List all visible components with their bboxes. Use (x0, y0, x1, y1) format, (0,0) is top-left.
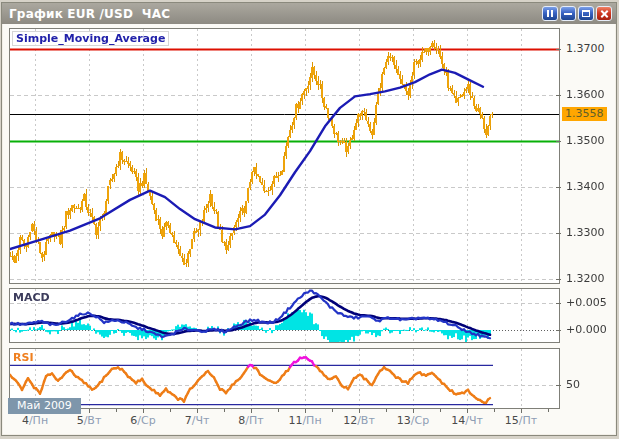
date-axis-label: 6/Ср (130, 414, 155, 427)
date-axis-minor-tick (440, 409, 441, 412)
date-axis-label: 8/Пт (238, 414, 263, 427)
rsi-label: RSI (13, 351, 34, 364)
date-axis-minor-tick (170, 409, 171, 412)
price-axis-label: 1.3700 (566, 43, 605, 55)
minimize-icon (564, 13, 572, 15)
date-axis-minor-tick (548, 409, 549, 412)
minimize-button[interactable] (560, 6, 576, 21)
restore-icon (582, 10, 590, 17)
date-axis-minor-tick (278, 409, 279, 412)
date-axis-label: 13/Ср (397, 414, 429, 427)
rsi-axis-label: 50 (566, 379, 580, 391)
macd-axis-tick (556, 330, 561, 331)
date-axis-tick (89, 409, 90, 413)
price-axis-label: 1.3200 (566, 273, 605, 285)
price-axis-tick (556, 187, 561, 188)
date-axis-label: 14/Чт (451, 414, 483, 427)
macd-axis-label: +0.000 (566, 324, 607, 336)
price-chart-pane[interactable] (9, 28, 560, 284)
window-title: График EUR /USD ЧАС (2, 7, 170, 21)
date-axis-minor-tick (332, 409, 333, 412)
macd-axis-label: +0.005 (566, 297, 607, 309)
price-axis-tick (556, 279, 561, 280)
window-buttons (542, 6, 616, 21)
rsi-axis-tick (556, 385, 561, 386)
price-axis-label: 1.3300 (566, 227, 605, 239)
date-axis-label: 15/Пт (505, 414, 537, 427)
date-axis-minor-tick (224, 409, 225, 412)
date-axis-label: 7/Чт (185, 414, 210, 427)
date-axis-label: 5/Вт (77, 414, 102, 427)
price-axis-label: 1.3600 (566, 89, 605, 101)
date-axis-label: 11/Пн (288, 414, 321, 427)
date-axis-tick (467, 409, 468, 413)
macd-axis-tick (556, 303, 561, 304)
price-axis-tick (556, 233, 561, 234)
date-axis-tick (521, 409, 522, 413)
pause-button[interactable] (542, 6, 558, 21)
date-axis-tick (197, 409, 198, 413)
date-axis-tick (305, 409, 306, 413)
rsi-pane[interactable] (9, 348, 560, 409)
price-axis-label: 1.3400 (566, 181, 605, 193)
pause-icon (547, 10, 553, 17)
current-price-tag: 1.3558 (562, 107, 607, 121)
macd-canvas[interactable] (10, 289, 559, 342)
date-axis-minor-tick (386, 409, 387, 412)
date-axis-tick (143, 409, 144, 413)
window-titlebar[interactable]: График EUR /USD ЧАС (2, 3, 616, 24)
price-axis-tick (556, 141, 561, 142)
price-axis-tick (556, 49, 561, 50)
date-axis-tick (413, 409, 414, 413)
sma-legend-label: Simple_Moving_Average (12, 31, 169, 46)
price-chart-canvas[interactable] (10, 29, 559, 283)
date-axis-tick (251, 409, 252, 413)
price-axis-tick (556, 95, 561, 96)
chart-window-screen: График EUR /USD ЧАС Simple_Moving_Averag… (0, 0, 619, 439)
close-icon (600, 9, 609, 18)
restore-button[interactable] (578, 6, 594, 21)
price-axis-label: 1.3500 (566, 135, 605, 147)
date-axis-label: 4/Пн (22, 414, 48, 427)
rsi-canvas[interactable] (10, 349, 559, 408)
macd-label: MACD (13, 291, 50, 304)
macd-pane[interactable] (9, 288, 560, 343)
month-tag: Май 2009 (8, 398, 81, 414)
date-axis-tick (359, 409, 360, 413)
date-axis-minor-tick (494, 409, 495, 412)
date-axis-label: 12/Вт (343, 414, 375, 427)
close-button[interactable] (596, 6, 612, 21)
date-axis-minor-tick (116, 409, 117, 412)
